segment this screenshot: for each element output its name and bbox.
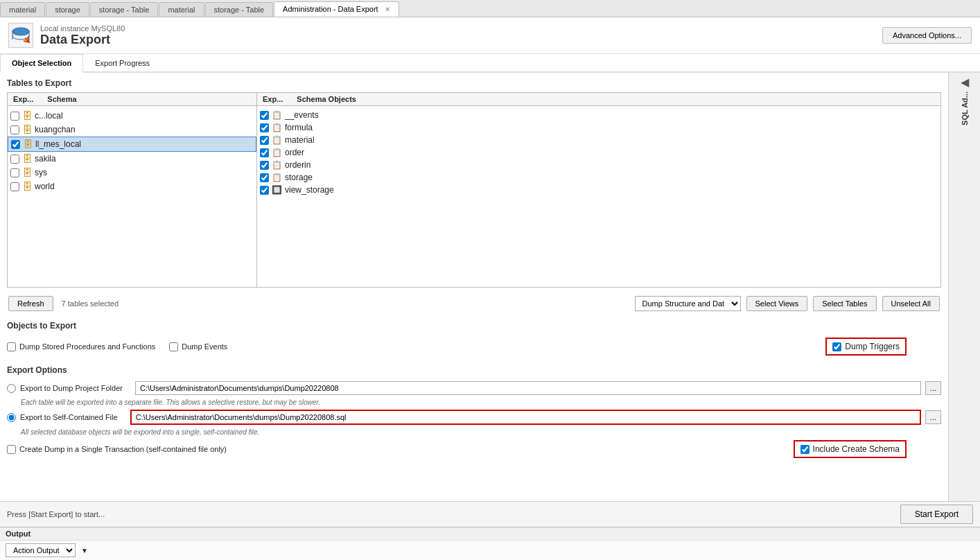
obj-checkbox-2[interactable] bbox=[260, 136, 269, 145]
obj-label-1: formula bbox=[285, 123, 313, 132]
footer: Press [Start Export] to start... Start E… bbox=[0, 501, 980, 527]
schema-row-5: 🗄 world bbox=[8, 180, 256, 193]
export-options-section: Export Options Export to Dump Project Fo… bbox=[7, 365, 941, 461]
self-contained-browse-button[interactable]: ... bbox=[925, 410, 941, 424]
dump-stored-checkbox[interactable] bbox=[7, 342, 16, 351]
table-icon-1: 📋 bbox=[272, 123, 282, 132]
advanced-options-button[interactable]: Advanced Options... bbox=[882, 27, 972, 44]
schema-col-schema: Schema bbox=[47, 95, 76, 103]
start-export-button[interactable]: Start Export bbox=[900, 505, 973, 524]
select-tables-button[interactable]: Select Tables bbox=[813, 296, 876, 311]
dump-project-hint: Each table will be exported into a separ… bbox=[7, 397, 941, 408]
export-bottom-row: Create Dump in a Single Transaction (sel… bbox=[7, 437, 941, 461]
obj-label-3: order bbox=[285, 148, 304, 157]
obj-row-6: 🔲 view_storage bbox=[257, 184, 940, 196]
schema-icon-0: 🗄 bbox=[22, 110, 32, 121]
obj-row-2: 📋 material bbox=[257, 134, 940, 146]
output-toolbar: Action Output ▼ bbox=[0, 540, 980, 560]
collapse-icon[interactable]: ◀ bbox=[958, 73, 972, 91]
self-contained-hint: All selected database objects will be ex… bbox=[7, 427, 941, 437]
unselect-all-button[interactable]: Unselect All bbox=[882, 296, 940, 311]
schema-checkbox-1[interactable] bbox=[10, 125, 19, 134]
export-self-contained-row: Export to Self-Contained File ... bbox=[7, 408, 941, 427]
dump-triggers-checkbox[interactable] bbox=[832, 342, 841, 351]
action-output-select[interactable]: Action Output bbox=[6, 543, 76, 557]
tab-data-export[interactable]: Administration - Data Export ✕ bbox=[274, 1, 399, 17]
tab-storage-1[interactable]: storage bbox=[46, 2, 89, 17]
table-icon-0: 📋 bbox=[272, 110, 282, 120]
schema-checkbox-3[interactable] bbox=[10, 155, 19, 164]
select-views-button[interactable]: Select Views bbox=[746, 296, 808, 311]
schema-panel-body: 🗄 c...local 🗄 kuangchan 🗄 ll_mes_local bbox=[8, 106, 256, 196]
objects-to-export-section: Objects to Export Dump Stored Procedures… bbox=[7, 321, 941, 358]
close-icon[interactable]: ✕ bbox=[385, 6, 390, 13]
obj-label-0: __events bbox=[285, 110, 319, 120]
schema-row-2: 🗄 ll_mes_local bbox=[8, 137, 256, 152]
obj-label-5: storage bbox=[285, 173, 313, 182]
dump-stored-label: Dump Stored Procedures and Functions bbox=[7, 342, 155, 351]
sql-panel-label: SQL Ad... bbox=[961, 91, 969, 131]
create-dump-label: Create Dump in a Single Transaction (sel… bbox=[7, 445, 227, 454]
table-icon-2: 📋 bbox=[272, 135, 282, 145]
schema-label-5: world bbox=[35, 182, 55, 191]
bottom-toolbar: Refresh 7 tables selected Dump Structure… bbox=[7, 293, 941, 314]
self-contained-path-row: ... bbox=[130, 410, 941, 425]
schema-row-1: 🗄 kuangchan bbox=[8, 123, 256, 137]
page-tabs: Object Selection Export Progress bbox=[0, 54, 980, 73]
dump-project-browse-button[interactable]: ... bbox=[925, 381, 941, 395]
obj-checkbox-1[interactable] bbox=[260, 123, 269, 132]
dump-type-select[interactable]: Dump Structure and Dat Dump Structure On… bbox=[635, 296, 741, 311]
export-dump-project-row: Export to Dump Project Folder ... bbox=[7, 379, 941, 397]
schema-checkbox-4[interactable] bbox=[10, 168, 19, 177]
schema-checkbox-0[interactable] bbox=[10, 112, 19, 121]
dump-triggers-label: Dump Triggers bbox=[845, 342, 900, 351]
schema-icon-4: 🗄 bbox=[22, 167, 32, 178]
dump-project-label: Export to Dump Project Folder bbox=[7, 384, 123, 393]
selected-count: 7 tables selected bbox=[62, 299, 119, 308]
obj-row-0: 📋 __events bbox=[257, 109, 940, 121]
objects-panel-body: 📋 __events 📋 formula 📋 material bbox=[257, 106, 940, 199]
obj-checkbox-5[interactable] bbox=[260, 173, 269, 182]
export-options-title: Export Options bbox=[7, 365, 941, 375]
table-icon-4: 📋 bbox=[272, 160, 282, 170]
output-dropdown-icon: ▼ bbox=[81, 547, 88, 554]
schema-icon-3: 🗄 bbox=[22, 153, 32, 164]
dump-project-path-input[interactable] bbox=[135, 381, 921, 395]
tab-material-1[interactable]: material bbox=[0, 2, 45, 17]
schema-row-4: 🗄 sys bbox=[8, 166, 256, 180]
schema-row-3: 🗄 sakila bbox=[8, 152, 256, 166]
sql-right-panel: ◀ SQL Ad... bbox=[948, 73, 980, 501]
refresh-button[interactable]: Refresh bbox=[8, 296, 53, 311]
schema-checkbox-2[interactable] bbox=[11, 140, 20, 149]
tab-storage-table-1[interactable]: storage - Table bbox=[90, 2, 159, 17]
dump-events-checkbox[interactable] bbox=[169, 342, 178, 351]
obj-label-4: orderin bbox=[285, 160, 310, 170]
objects-panel: Exp... Schema Objects 📋 __events 📋 for bbox=[257, 93, 940, 287]
obj-checkbox-0[interactable] bbox=[260, 111, 269, 120]
obj-row-5: 📋 storage bbox=[257, 171, 940, 184]
obj-checkbox-6[interactable] bbox=[260, 186, 269, 195]
table-icon-3: 📋 bbox=[272, 148, 282, 157]
header: Local instance MySQL80 Data Export Advan… bbox=[0, 17, 980, 54]
tables-export-container: Exp... Schema 🗄 c...local 🗄 kuangchan bbox=[7, 92, 941, 288]
obj-row-3: 📋 order bbox=[257, 146, 940, 159]
schema-label-0: c...local bbox=[35, 111, 63, 121]
self-contained-path-input[interactable] bbox=[130, 410, 921, 425]
tab-material-2[interactable]: material bbox=[159, 2, 204, 17]
schema-checkbox-5[interactable] bbox=[10, 182, 19, 191]
obj-col-objects: Schema Objects bbox=[297, 95, 356, 103]
schema-icon-1: 🗄 bbox=[22, 124, 32, 135]
tables-to-export-title: Tables to Export bbox=[7, 78, 941, 88]
schema-label-3: sakila bbox=[35, 154, 56, 164]
tab-export-progress[interactable]: Export Progress bbox=[83, 54, 161, 73]
dump-triggers-box: Dump Triggers bbox=[825, 338, 907, 356]
include-schema-checkbox[interactable] bbox=[800, 445, 810, 454]
obj-checkbox-4[interactable] bbox=[260, 161, 269, 170]
obj-checkbox-3[interactable] bbox=[260, 148, 269, 157]
tab-storage-table-2[interactable]: storage - Table bbox=[205, 2, 274, 17]
create-dump-checkbox[interactable] bbox=[7, 445, 16, 454]
self-contained-radio[interactable] bbox=[7, 413, 16, 422]
dump-project-radio[interactable] bbox=[7, 384, 16, 393]
tab-object-selection[interactable]: Object Selection bbox=[0, 54, 83, 73]
schema-panel: Exp... Schema 🗄 c...local 🗄 kuangchan bbox=[8, 93, 257, 287]
